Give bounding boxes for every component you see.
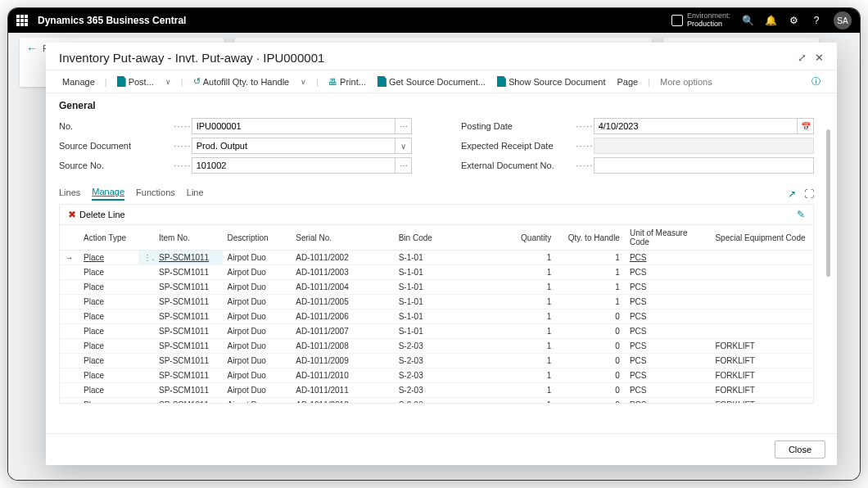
cell-bin-code[interactable]: S-1-01 — [394, 251, 488, 265]
table-row[interactable]: PlaceSP-SCM1011Airpot DuoAD-1011/2004S-1… — [60, 280, 813, 295]
search-icon[interactable]: 🔍 — [742, 15, 753, 26]
app-launcher-icon[interactable] — [16, 15, 28, 26]
cell-qty-to-handle[interactable]: 0 — [556, 339, 625, 354]
cell-description[interactable]: Airpot Duo — [223, 295, 292, 310]
page-menu[interactable]: Page — [614, 75, 642, 88]
cell-equipment[interactable] — [710, 324, 813, 339]
cell-description[interactable]: Airpot Duo — [223, 324, 292, 339]
col-desc[interactable]: Description — [223, 225, 292, 251]
expand-icon[interactable]: ⤢ — [798, 52, 807, 64]
cell-quantity[interactable]: 1 — [488, 324, 557, 339]
posting-date-field[interactable] — [594, 118, 798, 134]
cell-equipment[interactable]: FORKLIFT — [710, 368, 813, 383]
cell-description[interactable]: Airpot Duo — [223, 265, 292, 280]
tab-lines[interactable]: Lines — [59, 188, 80, 200]
cell-qty-to-handle[interactable]: 1 — [556, 251, 625, 265]
cell-equipment[interactable]: FORKLIFT — [710, 383, 813, 398]
table-row[interactable]: PlaceSP-SCM1011Airpot DuoAD-1011/2012S-2… — [60, 398, 813, 404]
cell-serial-no[interactable]: AD-1011/2009 — [291, 354, 393, 368]
close-button[interactable]: Close — [775, 441, 825, 459]
show-source-button[interactable]: Show Source Document — [494, 75, 609, 88]
table-row[interactable]: PlaceSP-SCM1011Airpot DuoAD-1011/2007S-1… — [60, 324, 813, 339]
cell-equipment[interactable]: FORKLIFT — [710, 354, 813, 368]
cell-serial-no[interactable]: AD-1011/2004 — [291, 280, 393, 295]
cell-bin-code[interactable]: S-2-03 — [394, 398, 488, 404]
cell-quantity[interactable]: 1 — [488, 383, 557, 398]
cell-action-type[interactable]: Place — [79, 339, 138, 354]
external-doc-field[interactable] — [594, 157, 814, 174]
cell-serial-no[interactable]: AD-1011/2003 — [291, 265, 393, 280]
more-options[interactable]: More options — [657, 75, 716, 88]
col-qty[interactable]: Quantity — [488, 225, 557, 251]
cell-description[interactable]: Airpot Duo — [223, 383, 292, 398]
post-dropdown[interactable]: ∨ — [162, 76, 174, 88]
lookup-icon[interactable]: ⋯ — [396, 118, 412, 134]
cell-description[interactable]: Airpot Duo — [223, 339, 292, 354]
user-avatar[interactable]: SA — [834, 11, 852, 29]
scrollbar-thumb[interactable] — [826, 129, 830, 277]
cell-item-no[interactable]: SP-SCM1011 — [154, 354, 223, 368]
source-no-field[interactable] — [192, 157, 396, 174]
cell-action-type[interactable]: Place — [79, 295, 138, 310]
cell-action-type[interactable]: Place — [79, 280, 138, 295]
cell-bin-code[interactable]: S-1-01 — [394, 324, 488, 339]
cell-qty-to-handle[interactable]: 0 — [556, 383, 625, 398]
autofill-button[interactable]: ↺Autofill Qty. to Handle — [190, 75, 293, 88]
cell-item-no[interactable]: SP-SCM1011 — [154, 339, 223, 354]
cell-item-no[interactable]: SP-SCM1011 — [154, 295, 223, 310]
cell-bin-code[interactable]: S-1-01 — [394, 280, 488, 295]
col-uom[interactable]: Unit of Measure Code — [625, 225, 711, 251]
table-row[interactable]: PlaceSP-SCM1011Airpot DuoAD-1011/2008S-2… — [60, 339, 813, 354]
no-field[interactable] — [192, 118, 396, 134]
cell-item-no[interactable]: SP-SCM1011 — [154, 280, 223, 295]
row-menu-icon[interactable] — [138, 398, 154, 404]
cell-quantity[interactable]: 1 — [488, 295, 557, 310]
environment-badge[interactable]: Environment:Production — [671, 12, 730, 29]
col-action[interactable]: Action Type — [79, 225, 138, 251]
cell-qty-to-handle[interactable]: 0 — [556, 354, 625, 368]
tab-line[interactable]: Line — [187, 188, 204, 200]
close-icon[interactable]: ✕ — [815, 52, 824, 64]
cell-uom[interactable]: PCS — [625, 295, 711, 310]
cell-qty-to-handle[interactable]: 0 — [556, 398, 625, 404]
row-menu-icon[interactable] — [138, 339, 154, 354]
cell-item-no[interactable]: SP-SCM1011 — [154, 310, 223, 324]
cell-bin-code[interactable]: S-2-03 — [394, 354, 488, 368]
cell-qty-to-handle[interactable]: 1 — [556, 280, 625, 295]
cell-action-type[interactable]: Place — [79, 265, 138, 280]
cell-quantity[interactable]: 1 — [488, 310, 557, 324]
cell-action-type[interactable]: Place — [79, 310, 138, 324]
cell-bin-code[interactable]: S-1-01 — [394, 295, 488, 310]
cell-item-no[interactable]: SP-SCM1011 — [154, 368, 223, 383]
cell-equipment[interactable]: FORKLIFT — [710, 398, 813, 404]
row-menu-icon[interactable] — [138, 265, 154, 280]
table-row[interactable]: PlaceSP-SCM1011Airpot DuoAD-1011/2003S-1… — [60, 265, 813, 280]
cell-uom[interactable]: PCS — [625, 398, 711, 404]
cell-quantity[interactable]: 1 — [488, 251, 557, 265]
table-row[interactable]: PlaceSP-SCM1011Airpot DuoAD-1011/2011S-2… — [60, 383, 813, 398]
cell-equipment[interactable] — [710, 265, 813, 280]
maximize-icon[interactable]: ⛶ — [804, 188, 814, 200]
cell-qty-to-handle[interactable]: 0 — [556, 324, 625, 339]
cell-action-type[interactable]: Place — [79, 368, 138, 383]
cell-serial-no[interactable]: AD-1011/2008 — [291, 339, 393, 354]
cell-qty-to-handle[interactable]: 1 — [556, 265, 625, 280]
cell-item-no[interactable]: SP-SCM1011 — [154, 383, 223, 398]
cell-serial-no[interactable]: AD-1011/2010 — [291, 368, 393, 383]
settings-icon[interactable]: ⚙ — [788, 15, 799, 26]
cell-quantity[interactable]: 1 — [488, 368, 557, 383]
back-icon[interactable]: ← — [26, 42, 38, 55]
row-menu-icon[interactable] — [138, 280, 154, 295]
cell-uom[interactable]: PCS — [625, 339, 711, 354]
col-qtyh[interactable]: Qty. to Handle — [556, 225, 625, 251]
cell-item-no[interactable]: SP-SCM1011 — [154, 398, 223, 404]
cell-bin-code[interactable]: S-2-03 — [394, 339, 488, 354]
row-menu-icon[interactable] — [138, 324, 154, 339]
cell-qty-to-handle[interactable]: 0 — [556, 310, 625, 324]
manage-menu[interactable]: Manage — [59, 75, 98, 88]
cell-description[interactable]: Airpot Duo — [223, 398, 292, 404]
cell-bin-code[interactable]: S-2-03 — [394, 368, 488, 383]
cell-action-type[interactable]: Place — [79, 251, 138, 265]
cell-serial-no[interactable]: AD-1011/2007 — [291, 324, 393, 339]
row-menu-icon[interactable] — [138, 383, 154, 398]
